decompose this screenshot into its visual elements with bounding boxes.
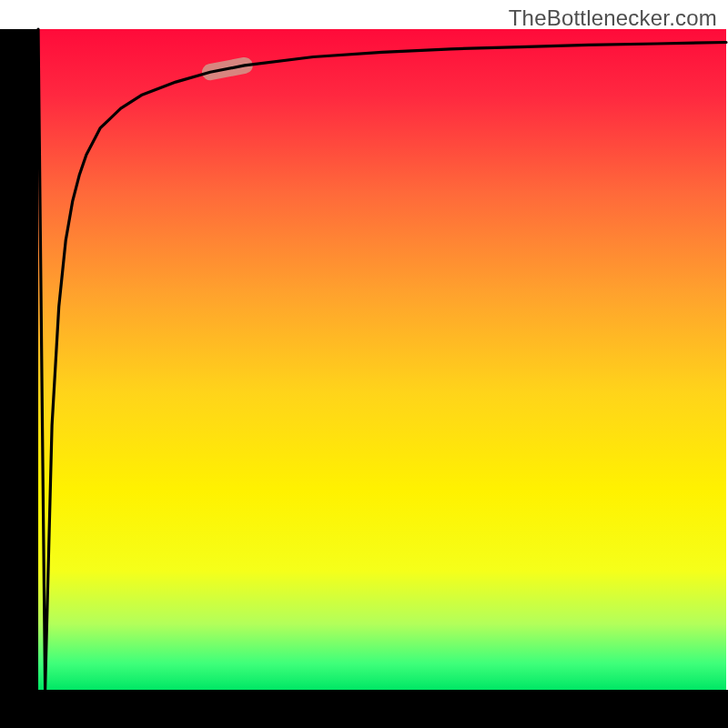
chart-frame: TheBottlenecker.com (0, 0, 728, 728)
bottleneck-chart (0, 0, 728, 728)
watermark-text: TheBottlenecker.com (509, 5, 717, 31)
x-axis-bar (0, 690, 728, 728)
y-axis-bar (0, 29, 38, 728)
plot-background (38, 29, 726, 690)
